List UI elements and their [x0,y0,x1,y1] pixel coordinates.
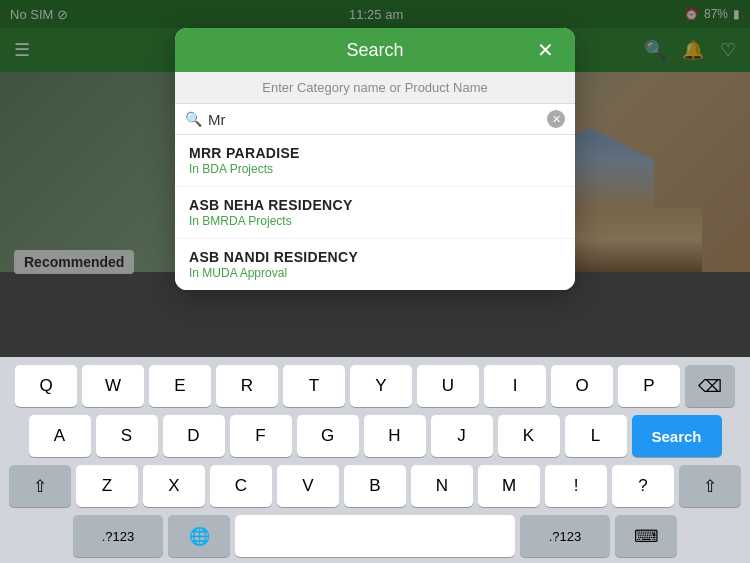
search-input[interactable] [208,111,541,128]
shift-key[interactable]: ⇧ [9,465,71,507]
globe-key[interactable]: 🌐 [168,515,230,557]
key-x[interactable]: X [143,465,205,507]
result-name-0: MRR PARADISE [189,145,561,161]
result-sub-1: In BMRDA Projects [189,214,561,228]
key-c[interactable]: C [210,465,272,507]
key-y[interactable]: Y [350,365,412,407]
key-s[interactable]: S [96,415,158,457]
result-sub-0: In BDA Projects [189,162,561,176]
key-z[interactable]: Z [76,465,138,507]
search-key[interactable]: Search [632,415,722,457]
key-e[interactable]: E [149,365,211,407]
key-q[interactable]: Q [15,365,77,407]
number-key-left[interactable]: .?123 [73,515,163,557]
result-name-2: ASB NANDI RESIDENCY [189,249,561,265]
key-l[interactable]: L [565,415,627,457]
result-name-1: ASB NEHA RESIDENCY [189,197,561,213]
key-h[interactable]: H [364,415,426,457]
key-k[interactable]: K [498,415,560,457]
key-g[interactable]: G [297,415,359,457]
keyboard-bottom-row: .?123 🌐 .?123 ⌨ [4,515,746,557]
key-a[interactable]: A [29,415,91,457]
key-m[interactable]: M [478,465,540,507]
search-input-icon: 🔍 [185,111,202,127]
key-i[interactable]: I [484,365,546,407]
key-u[interactable]: U [417,365,479,407]
keyboard-dismiss-key[interactable]: ⌨ [615,515,677,557]
key-t[interactable]: T [283,365,345,407]
key-r[interactable]: R [216,365,278,407]
search-clear-button[interactable]: ✕ [547,110,565,128]
key-o[interactable]: O [551,365,613,407]
key-v[interactable]: V [277,465,339,507]
key-p[interactable]: P [618,365,680,407]
keyboard-row-2: A S D F G H J K L Search [4,415,746,457]
key-w[interactable]: W [82,365,144,407]
result-sub-2: In MUDA Approval [189,266,561,280]
backspace-key[interactable]: ⌫ [685,365,735,407]
key-question[interactable]: ? [612,465,674,507]
key-b[interactable]: B [344,465,406,507]
modal-hint: Enter Category name or Product Name [175,72,575,104]
keyboard: Q W E R T Y U I O P ⌫ A S D F G H J K L … [0,357,750,563]
search-input-row: 🔍 ✕ [175,104,575,135]
shift-right-key[interactable]: ⇧ [679,465,741,507]
modal-header: Search ✕ [175,28,575,72]
result-item-0[interactable]: MRR PARADISE In BDA Projects [175,135,575,187]
modal-close-button[interactable]: ✕ [531,36,559,64]
key-d[interactable]: D [163,415,225,457]
key-j[interactable]: J [431,415,493,457]
key-exclaim[interactable]: ! [545,465,607,507]
results-list: MRR PARADISE In BDA Projects ASB NEHA RE… [175,135,575,290]
number-key-right[interactable]: .?123 [520,515,610,557]
key-n[interactable]: N [411,465,473,507]
result-item-1[interactable]: ASB NEHA RESIDENCY In BMRDA Projects [175,187,575,239]
keyboard-row-3: ⇧ Z X C V B N M ! ? ⇧ [4,465,746,507]
keyboard-row-1: Q W E R T Y U I O P ⌫ [4,365,746,407]
search-modal: Search ✕ Enter Category name or Product … [175,28,575,290]
result-item-2[interactable]: ASB NANDI RESIDENCY In MUDA Approval [175,239,575,290]
modal-title: Search [219,40,531,61]
space-key[interactable] [235,515,515,557]
key-f[interactable]: F [230,415,292,457]
